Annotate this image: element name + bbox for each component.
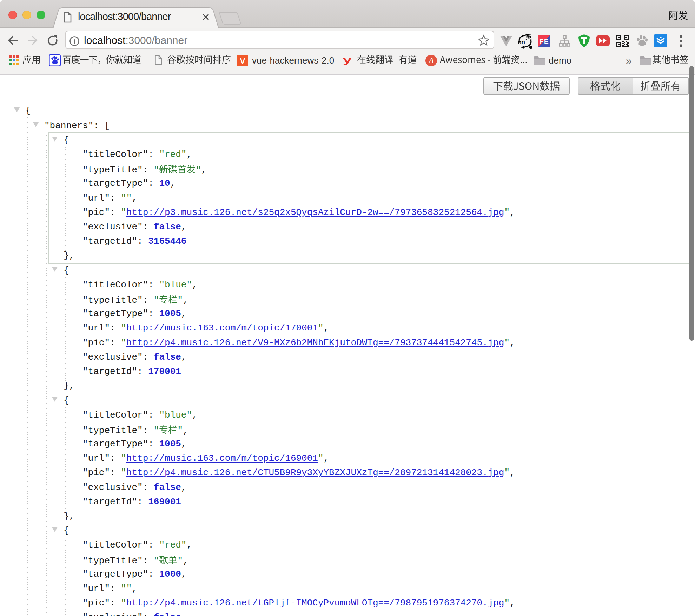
svg-text:F: F: [539, 38, 543, 45]
svg-text:V: V: [240, 57, 245, 65]
svg-text:A: A: [428, 56, 434, 65]
svg-text:E: E: [544, 38, 549, 45]
